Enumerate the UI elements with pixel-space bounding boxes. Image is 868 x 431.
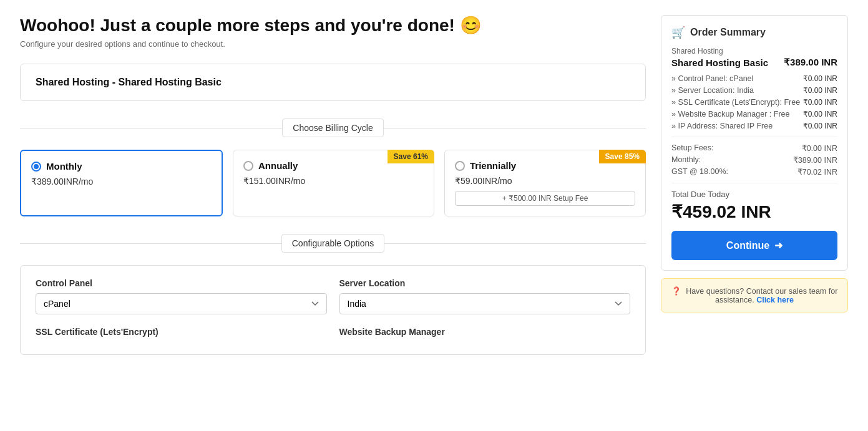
product-title: Shared Hosting - Shared Hosting Basic	[36, 77, 222, 87]
fee-line-gst: GST @ 18.00%: ₹70.02 INR	[671, 167, 837, 177]
config-control-panel: Control Panel cPanel	[36, 278, 327, 314]
website-backup-label: Website Backup Manager	[339, 327, 631, 337]
billing-label-annually: Annually	[258, 160, 298, 171]
help-click-here[interactable]: Click here	[756, 296, 794, 304]
configurable-options-divider: Configurable Options	[20, 234, 646, 253]
radio-annually[interactable]	[243, 161, 253, 171]
order-line-4: » Website Backup Manager : Free ₹0.00 IN…	[671, 110, 837, 119]
fee-line-monthly: Monthly: ₹389.00 INR	[671, 155, 837, 165]
ssl-certificate-label: SSL Certificate (Lets'Encrypt)	[36, 327, 327, 337]
order-line-5: » IP Address: Shared IP Free ₹0.00 INR	[671, 122, 837, 130]
radio-triennially[interactable]	[455, 161, 465, 171]
cart-icon: 🛒	[671, 26, 685, 39]
billing-card-annually[interactable]: Save 61% Annually ₹151.00INR/mo	[233, 150, 434, 216]
config-grid: Control Panel cPanel Server Location Ind…	[36, 278, 630, 342]
total-label: Total Due Today	[671, 190, 837, 199]
control-panel-label: Control Panel	[36, 278, 327, 288]
configurable-section: Control Panel cPanel Server Location Ind…	[20, 265, 646, 355]
help-box: ❓ Have questions? Contact our sales team…	[661, 278, 848, 312]
order-line-items: » Control Panel: cPanel ₹0.00 INR » Serv…	[671, 74, 837, 130]
order-product-name: Shared Hosting Basic ₹389.00 INR	[671, 57, 837, 68]
order-line-2: » Server Location: India ₹0.00 INR	[671, 86, 837, 95]
product-box: Shared Hosting - Shared Hosting Basic	[20, 64, 646, 101]
order-line-3: » SSL Certificate (Lets'Encrypt): Free ₹…	[671, 98, 837, 107]
total-amount: ₹459.02 INR	[671, 201, 837, 222]
billing-cycle-label: Choose Billing Cycle	[282, 119, 383, 137]
arrow-icon: ➜	[774, 240, 783, 251]
order-summary-box: 🛒 Order Summary Shared Hosting Shared Ho…	[661, 15, 848, 271]
billing-price-annually: ₹151.00INR/mo	[243, 176, 424, 186]
billing-label-monthly: Monthly	[46, 161, 82, 172]
save-badge-triennially: Save 85%	[599, 150, 646, 163]
billing-cycle-divider: Choose Billing Cycle	[20, 119, 646, 137]
order-fees: Setup Fees: ₹0.00 INR Monthly: ₹389.00 I…	[671, 143, 837, 177]
order-summary-title: 🛒 Order Summary	[671, 26, 837, 39]
order-line-1: » Control Panel: cPanel ₹0.00 INR	[671, 74, 837, 83]
order-product-type: Shared Hosting	[671, 47, 837, 56]
save-badge-annually: Save 61%	[388, 150, 434, 163]
help-icon: ❓	[671, 287, 681, 296]
continue-button[interactable]: Continue ➜	[671, 231, 837, 260]
billing-cards: Monthly ₹389.00INR/mo Save 61% Annually …	[20, 150, 646, 216]
billing-price-monthly: ₹389.00INR/mo	[31, 177, 212, 186]
billing-card-triennially[interactable]: Save 85% Triennially ₹59.00INR/mo + ₹500…	[444, 150, 646, 216]
order-divider	[671, 137, 837, 137]
control-panel-select[interactable]: cPanel	[36, 293, 327, 314]
server-location-select[interactable]: India	[339, 293, 631, 314]
billing-price-triennially: ₹59.00INR/mo	[455, 176, 635, 186]
config-ssl-certificate: SSL Certificate (Lets'Encrypt)	[36, 327, 327, 342]
configurable-options-label: Configurable Options	[281, 234, 385, 253]
setup-fee-triennially: + ₹500.00 INR Setup Fee	[455, 191, 635, 206]
page-subheading: Configure your desired options and conti…	[20, 39, 646, 49]
server-location-label: Server Location	[339, 278, 631, 288]
config-server-location: Server Location India	[339, 278, 631, 314]
order-summary-sidebar: 🛒 Order Summary Shared Hosting Shared Ho…	[661, 15, 848, 355]
order-divider-2	[671, 183, 837, 183]
radio-monthly[interactable]	[31, 162, 41, 172]
fee-line-setup: Setup Fees: ₹0.00 INR	[671, 143, 837, 153]
config-website-backup: Website Backup Manager	[339, 327, 631, 342]
page-heading: Woohoo! Just a couple more steps and you…	[20, 15, 646, 36]
billing-label-triennially: Triennially	[470, 160, 516, 171]
billing-card-monthly[interactable]: Monthly ₹389.00INR/mo	[20, 150, 223, 216]
